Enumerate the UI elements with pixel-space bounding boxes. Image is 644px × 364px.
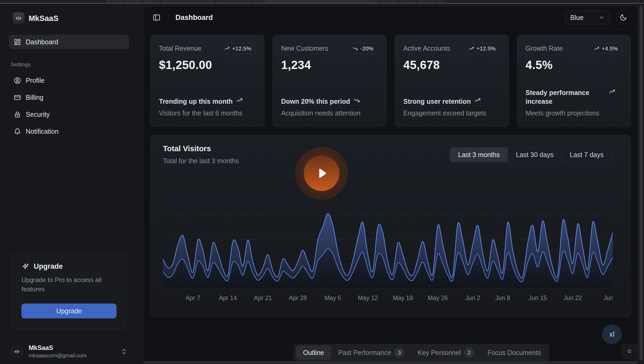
brand-logo-icon	[13, 12, 24, 24]
x-axis-tick: Jun 8	[495, 294, 510, 301]
theme-color-select[interactable]: Blue	[565, 10, 610, 25]
upgrade-description: Upgrade to Pro to access all features	[21, 275, 116, 294]
sidebar-item-billing[interactable]: Billing	[9, 90, 129, 105]
x-axis-tick: Jun 2	[465, 294, 480, 301]
sidebar-section-settings: Settings	[11, 61, 130, 68]
sidebar-spacer	[8, 140, 130, 253]
tab-focus-documents[interactable]: Focus Documents	[482, 346, 547, 359]
main-panel: Dashboard Blue Total Revenue	[144, 6, 638, 364]
x-axis-tick: Apr 28	[289, 294, 307, 301]
play-icon	[314, 166, 329, 180]
stat-title: Growth Rate	[526, 43, 563, 52]
app-screen: MkSaaS Dashboard Settings Profile Billin…	[0, 0, 644, 364]
tab-outline[interactable]: Outline	[296, 346, 331, 359]
stat-footer-sub: Meets growth projections	[526, 109, 623, 118]
trending-up-icon	[236, 97, 243, 103]
dashboard-grid-icon	[14, 38, 21, 46]
stat-footer-sub: Engagement exceed targets	[403, 109, 500, 118]
stat-footer-main: Steady performance increase	[526, 88, 605, 106]
sidebar-item-label: Dashboard	[26, 38, 58, 46]
brand-name: MkSaaS	[29, 14, 58, 23]
stats-row: Total Revenue +12.5% $1,250.00 Trending …	[144, 29, 637, 127]
credit-card-icon	[14, 94, 21, 101]
page-header: Dashboard Blue	[144, 6, 637, 29]
sidebar-item-label: Security	[26, 111, 50, 118]
stat-footer-sub: Acquisition needs attention	[281, 109, 378, 118]
tab-last-7-days[interactable]: Last 7 days	[561, 148, 612, 162]
stat-value: $1,250.00	[159, 58, 256, 72]
total-visitors-card: Total Visitors Total for the last 3 mont…	[150, 135, 631, 317]
stat-card-growth-rate: Growth Rate +4.5% 4.5% Steady performanc…	[517, 35, 631, 127]
count-badge: 3	[394, 348, 404, 358]
sidebar-item-label: Billing	[26, 94, 44, 101]
stat-badge: +4.5%	[590, 43, 622, 54]
visitors-area-chart: Apr 7Apr 14Apr 21Apr 28May 5May 12May 19…	[163, 200, 613, 306]
sidebar-item-profile[interactable]: Profile	[9, 73, 129, 88]
tab-last-3-months[interactable]: Last 3 months	[450, 148, 508, 162]
document-tabs: Outline Past Performance 3 Key Personnel…	[294, 344, 549, 361]
sidebar: MkSaaS Dashboard Settings Profile Billin…	[0, 5, 138, 364]
chart-subtitle: Total for the last 3 months	[163, 157, 239, 165]
play-button[interactable]	[304, 155, 339, 191]
x-axis-tick: May 12	[358, 294, 378, 301]
trending-up-icon	[224, 46, 230, 51]
stat-card-new-customers: New Customers -20% 1,234 Down 20% this p…	[273, 35, 387, 127]
sidebar-item-dashboard[interactable]: Dashboard	[9, 35, 129, 49]
x-axis-tick: May 19	[393, 294, 413, 301]
stat-value: 4.5%	[526, 58, 623, 72]
stat-badge: +12.5%	[464, 43, 500, 54]
count-badge: 2	[464, 348, 474, 358]
sparkles-icon	[21, 263, 29, 271]
x-axis-tick: Apr 21	[254, 294, 272, 301]
time-range-tabs: Last 3 months Last 30 days Last 7 days	[450, 147, 612, 162]
table-top-edge	[144, 361, 637, 364]
bell-icon	[14, 128, 21, 135]
user-menu[interactable]: MkSaaS mksaascom@gmail.com	[8, 344, 130, 359]
upgrade-button[interactable]: Upgrade	[21, 304, 116, 318]
video-play-overlay	[295, 147, 348, 200]
user-name: MkSaaS	[29, 344, 115, 352]
columns-icon	[627, 348, 632, 355]
stat-value: 45,678	[403, 58, 500, 72]
bottom-bar: Outline Past Performance 3 Key Personnel…	[294, 344, 637, 361]
x-axis-tick: Apr 7	[186, 294, 200, 301]
chevron-down-icon	[598, 14, 605, 21]
stat-title: New Customers	[281, 43, 329, 52]
sidebar-item-label: Profile	[26, 77, 45, 84]
stat-title: Total Revenue	[159, 43, 201, 52]
stat-badge: -20%	[348, 43, 378, 54]
moon-icon	[620, 14, 627, 21]
stat-footer-main: Trending up this month	[159, 97, 233, 106]
dark-mode-toggle[interactable]	[616, 10, 630, 25]
trending-up-icon	[469, 46, 474, 51]
stat-badge: +12.5%	[220, 43, 256, 54]
stat-footer-sub: Visitors for the last 6 months	[159, 109, 256, 118]
stat-footer-main: Down 20% this period	[281, 97, 350, 106]
trending-up-icon	[594, 46, 599, 51]
tab-past-performance[interactable]: Past Performance 3	[332, 346, 410, 359]
theme-color-value: Blue	[570, 14, 584, 21]
tab-last-30-days[interactable]: Last 30 days	[508, 148, 561, 162]
chevrons-up-down-icon	[120, 348, 127, 355]
trending-up-icon	[474, 97, 481, 103]
sidebar-toggle-button[interactable]	[151, 12, 162, 23]
tab-key-personnel[interactable]: Key Personnel 2	[412, 346, 480, 359]
user-circle-icon	[14, 77, 21, 84]
x-axis-tick: Jun 15	[529, 294, 547, 301]
sidebar-item-security[interactable]: Security	[9, 107, 129, 122]
trending-up-icon	[609, 88, 615, 95]
customize-columns-button[interactable]: Customize Columns	[621, 344, 638, 359]
trending-down-icon	[354, 97, 360, 103]
x-axis-tick: Jun 30	[603, 294, 613, 301]
browser-tab-strip	[0, 0, 644, 4]
sidebar-item-notification[interactable]: Notification	[9, 124, 129, 139]
header-divider	[169, 14, 169, 21]
lock-icon	[14, 111, 21, 118]
brand: MkSaaS	[13, 12, 130, 24]
x-axis-tick: Jun 22	[564, 294, 582, 301]
user-email: mksaascom@gmail.com	[29, 353, 115, 359]
sidebar-item-label: Notification	[26, 128, 59, 135]
vertical-scrollbar[interactable]	[639, 5, 643, 361]
stat-title: Active Accounts	[403, 43, 450, 52]
page-title: Dashboard	[175, 14, 213, 22]
